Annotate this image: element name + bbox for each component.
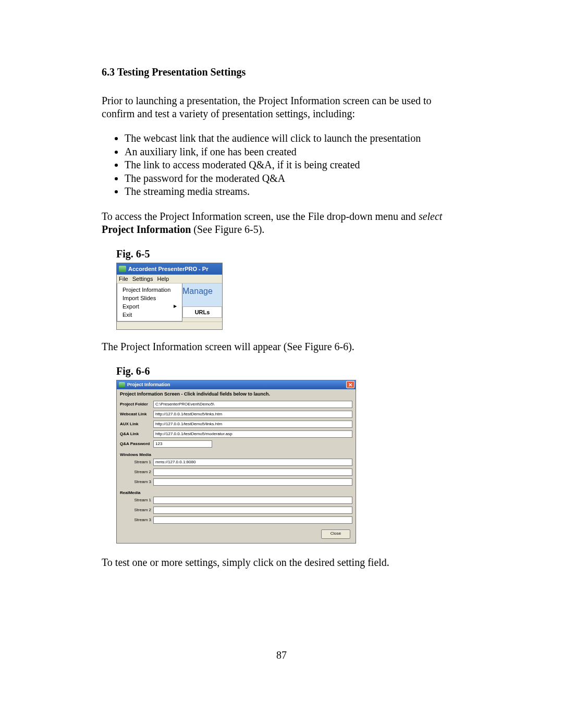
paragraph-test-settings: To test one or more settings, simply cli… xyxy=(102,556,461,569)
section-heading: 6.3 Testing Presentation Settings xyxy=(102,66,461,79)
wm-stream3-field[interactable] xyxy=(153,478,352,486)
dialog-instruction: Project Information Screen - Click indiv… xyxy=(117,389,356,401)
label-rm-stream2: Stream 2 xyxy=(120,508,153,512)
menu-item-exit[interactable]: Exit xyxy=(117,311,182,319)
qa-password-field[interactable] xyxy=(153,440,212,448)
page-number: 87 xyxy=(102,649,461,661)
menu-item-label: Import Slides xyxy=(123,295,156,301)
label-wm-stream3: Stream 3 xyxy=(120,479,153,484)
window-footbar xyxy=(117,322,222,329)
aux-link-field[interactable] xyxy=(153,421,352,428)
close-button-footer[interactable]: Close xyxy=(321,529,350,539)
text: To access the Project Information screen… xyxy=(102,211,419,222)
menu-item-export[interactable]: Export xyxy=(117,302,182,311)
file-dropdown: Project Information Import Slides Export… xyxy=(117,283,182,322)
label-wm-stream2: Stream 2 xyxy=(120,470,153,474)
label-wm-stream1: Stream 1 xyxy=(120,460,153,464)
figure-66-dialog: Project Information ✕ Project Informatio… xyxy=(116,380,356,544)
text: (See Figure 6-5). xyxy=(191,224,264,235)
dialog-title: Project Information xyxy=(127,382,170,387)
label-qa-link: Q&A Link xyxy=(120,431,153,436)
label-webcast-link: Webcast Link xyxy=(120,412,153,416)
label-qa-password: Q&A Password xyxy=(120,441,153,446)
wm-stream2-field[interactable] xyxy=(153,468,352,476)
close-icon: ✕ xyxy=(348,382,352,388)
menubar: File Settings Help xyxy=(117,275,222,283)
qa-link-field[interactable] xyxy=(153,430,352,438)
group-realmedia: RealMedia xyxy=(117,488,356,497)
label-project-folder: Project Folder xyxy=(120,402,153,406)
menu-item-label: Project Information xyxy=(123,287,170,293)
tab-urls[interactable]: URLs xyxy=(182,306,222,318)
list-item: The streaming media streams. xyxy=(125,185,461,199)
dialog-titlebar: Project Information ✕ xyxy=(117,380,356,389)
menu-item-import-slides[interactable]: Import Slides xyxy=(117,294,182,302)
app-logo-icon xyxy=(119,266,126,272)
window-title: Accordent PresenterPRO - Pr xyxy=(128,266,208,272)
text-bold: Project Information xyxy=(102,224,191,235)
list-item: An auxiliary link, if one has been creat… xyxy=(125,145,461,159)
group-windows-media: Windows Media xyxy=(117,450,356,459)
list-item: The link to access moderated Q&A, if it … xyxy=(125,158,461,172)
paragraph-access: To access the Project Information screen… xyxy=(102,210,461,236)
paragraph-screen-appear: The Project Information screen will appe… xyxy=(102,340,461,353)
figure-label-66: Fig. 6-6 xyxy=(116,365,461,378)
paragraph-intro: Prior to launching a presentation, the P… xyxy=(102,94,461,120)
rm-stream1-field[interactable] xyxy=(153,497,352,504)
list-item: The webcast link that the audience will … xyxy=(125,132,461,145)
bullet-list: The webcast link that the audience will … xyxy=(102,132,461,199)
label-aux-link: AUX Link xyxy=(120,422,153,426)
close-button[interactable]: ✕ xyxy=(346,381,354,388)
wm-stream1-field[interactable] xyxy=(153,459,352,466)
project-folder-field[interactable] xyxy=(153,401,352,408)
text-italic: select xyxy=(419,211,443,222)
menu-help[interactable]: Help xyxy=(157,276,169,282)
rm-stream3-field[interactable] xyxy=(153,516,352,524)
label-rm-stream3: Stream 3 xyxy=(120,517,153,522)
menu-item-label: Exit xyxy=(123,312,132,318)
figure-label-65: Fig. 6-5 xyxy=(116,248,461,261)
menu-item-label: Export xyxy=(123,303,139,310)
menu-file[interactable]: File xyxy=(119,276,128,282)
app-logo-icon xyxy=(119,382,125,387)
menu-item-project-information[interactable]: Project Information xyxy=(117,286,182,294)
rm-stream2-field[interactable] xyxy=(153,507,352,514)
figure-65-window: Accordent PresenterPRO - Pr File Setting… xyxy=(116,263,223,330)
label-rm-stream1: Stream 1 xyxy=(120,498,153,502)
window-titlebar: Accordent PresenterPRO - Pr xyxy=(117,263,222,275)
menu-settings[interactable]: Settings xyxy=(132,276,153,282)
list-item: The password for the moderated Q&A xyxy=(125,172,461,186)
webcast-link-field[interactable] xyxy=(153,411,352,418)
manager-label: Manage xyxy=(182,283,222,306)
